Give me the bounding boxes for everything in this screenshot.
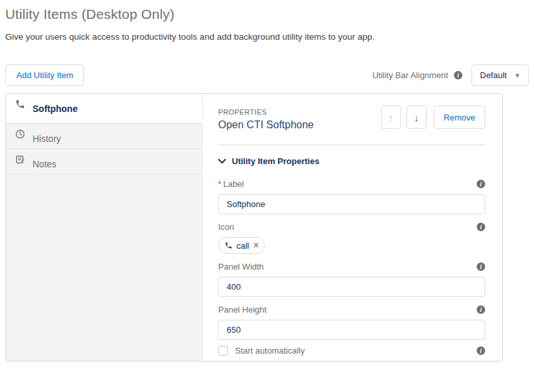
properties-heading: PROPERTIES Open CTI Softphone <box>218 108 314 131</box>
page-subtitle: Give your users quick access to producti… <box>5 32 529 42</box>
start-automatically-checkbox[interactable] <box>218 346 228 356</box>
utility-item-list-filler <box>6 175 202 361</box>
tab-softphone[interactable]: Softphone <box>6 94 202 124</box>
panel-height-field: Panel Height i <box>218 305 485 340</box>
toolbar: Add Utility Item Utility Bar Alignment i… <box>5 64 529 86</box>
add-utility-item-button[interactable]: Add Utility Item <box>5 64 84 86</box>
header-divider <box>218 145 485 145</box>
clock-icon <box>15 129 25 139</box>
info-icon[interactable]: i <box>477 262 485 271</box>
icon-field-label: Icon <box>218 222 234 232</box>
selected-item-title: Open CTI Softphone <box>218 119 314 131</box>
label-row: *Label i <box>218 179 485 189</box>
chevron-down-icon <box>218 159 226 164</box>
required-indicator: * <box>218 180 221 189</box>
label-row: Panel Height i <box>218 305 485 315</box>
note-icon <box>15 154 25 165</box>
tab-label: Notes <box>33 159 57 169</box>
item-action-buttons: ↑ ↓ Remove <box>381 105 485 129</box>
section-title: Utility Item Properties <box>232 156 319 166</box>
arrow-up-icon: ↑ <box>389 112 394 123</box>
tab-label: History <box>33 133 61 144</box>
move-up-button[interactable]: ↑ <box>381 105 401 129</box>
remove-icon[interactable]: × <box>253 241 259 250</box>
tab-label: Softphone <box>33 104 77 114</box>
chevron-down-icon: ▼ <box>514 72 520 79</box>
page-title: Utility Items (Desktop Only) <box>5 7 529 22</box>
panel-width-field: Panel Width i <box>218 262 485 297</box>
phone-icon <box>225 242 232 249</box>
properties-panel: PROPERTIES Open CTI Softphone ↑ ↓ Remove <box>203 94 502 361</box>
start-automatically-field: Start automatically i <box>218 346 485 361</box>
panel-width-label: Panel Width <box>218 262 264 272</box>
utility-bar-alignment-label: Utility Bar Alignment <box>372 70 448 80</box>
phone-icon <box>15 99 25 109</box>
start-automatically-label: Start automatically <box>235 346 477 356</box>
label-row: Panel Width i <box>218 262 485 272</box>
info-icon[interactable]: i <box>477 223 485 231</box>
properties-eyebrow: PROPERTIES <box>218 108 314 116</box>
move-down-button[interactable]: ↓ <box>406 105 427 129</box>
label-field: *Label i <box>218 179 485 214</box>
label-input[interactable] <box>218 194 485 214</box>
utility-item-list: Softphone History Notes <box>6 94 203 361</box>
utility-item-properties-section-toggle[interactable]: Utility Item Properties <box>218 156 485 166</box>
info-icon[interactable]: i <box>477 305 485 314</box>
label-row: Icon i <box>218 222 485 232</box>
icon-field: Icon i call × <box>218 222 485 254</box>
arrow-down-icon: ↓ <box>414 112 419 123</box>
panel-height-label: Panel Height <box>218 305 266 315</box>
info-icon[interactable]: i <box>477 180 485 188</box>
label-field-label: *Label <box>218 179 244 189</box>
icon-pill[interactable]: call × <box>218 237 265 254</box>
utility-bar-card: Softphone History Notes <box>5 93 503 361</box>
properties-header: PROPERTIES Open CTI Softphone ↑ ↓ Remove <box>218 108 485 131</box>
tab-notes[interactable]: Notes <box>6 149 202 175</box>
remove-button[interactable]: Remove <box>434 105 485 129</box>
icon-pill-value: call <box>236 241 249 251</box>
tab-history[interactable]: History <box>6 124 202 149</box>
utility-items-page: Utility Items (Desktop Only) Give your u… <box>0 0 534 392</box>
panel-height-input[interactable] <box>218 320 485 340</box>
panel-width-input[interactable] <box>218 277 485 297</box>
alignment-dropdown[interactable]: Default ▼ <box>471 64 529 86</box>
utility-bar-alignment-group: Utility Bar Alignment i Default ▼ <box>372 64 529 86</box>
info-icon[interactable]: i <box>477 346 485 355</box>
info-icon[interactable]: i <box>454 71 462 79</box>
alignment-dropdown-value: Default <box>480 70 507 80</box>
properties-form: *Label i Icon i call × <box>218 179 485 361</box>
